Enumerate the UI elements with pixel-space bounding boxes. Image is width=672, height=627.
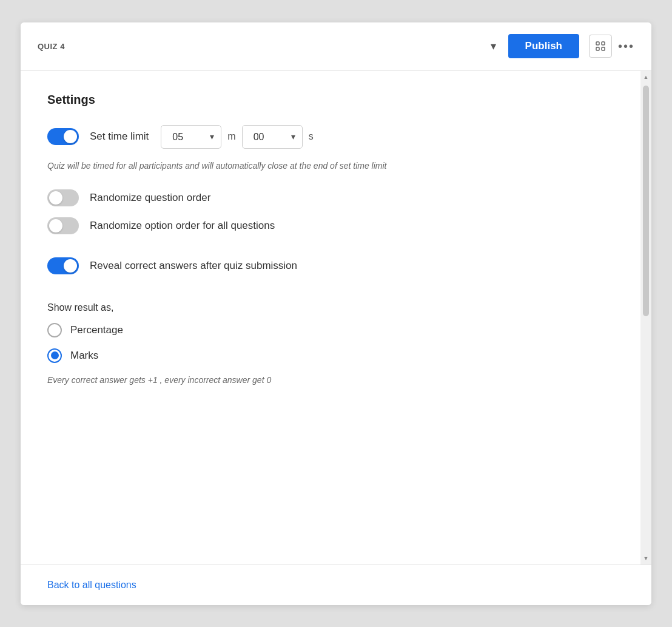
body: Settings Set time limit 05 10 15 20 bbox=[21, 71, 651, 564]
percentage-radio[interactable] bbox=[47, 323, 62, 337]
settings-title: Settings bbox=[47, 93, 614, 107]
scrollbar-space bbox=[640, 83, 651, 552]
chevron-down-icon[interactable]: ▾ bbox=[491, 41, 496, 52]
publish-button[interactable]: Publish bbox=[508, 34, 579, 58]
svg-rect-2 bbox=[596, 47, 599, 50]
footer: Back to all questions bbox=[21, 564, 651, 605]
marks-hint: Every correct answer gets +1 , every inc… bbox=[47, 374, 614, 387]
randomize-option-row: Randomize option order for all questions bbox=[47, 217, 614, 234]
randomize-question-toggle[interactable] bbox=[47, 189, 79, 206]
percentage-label: Percentage bbox=[70, 324, 123, 336]
randomize-option-label: Randomize option order for all questions bbox=[90, 220, 275, 232]
back-to-questions-link[interactable]: Back to all questions bbox=[47, 580, 136, 590]
randomize-option-toggle[interactable] bbox=[47, 217, 79, 234]
seconds-unit: s bbox=[309, 131, 314, 142]
minutes-dropdown-wrapper: 05 10 15 20 30 45 60 bbox=[161, 125, 221, 149]
header: QUIZ 4 ▾ Publish ••• bbox=[21, 22, 651, 71]
seconds-dropdown-wrapper: 00 15 30 45 bbox=[242, 125, 303, 149]
svg-rect-0 bbox=[596, 42, 599, 45]
show-result-label: Show result as, bbox=[47, 302, 614, 313]
marks-radio-row[interactable]: Marks bbox=[47, 348, 614, 363]
scrollbar-thumb[interactable] bbox=[643, 86, 649, 316]
reveal-answers-label: Reveal correct answers after quiz submis… bbox=[90, 260, 297, 272]
percentage-radio-row[interactable]: Percentage bbox=[47, 323, 614, 337]
time-limit-hint: Quiz will be timed for all participants … bbox=[47, 160, 614, 172]
time-limit-label: Set time limit bbox=[90, 130, 149, 143]
marks-radio[interactable] bbox=[47, 348, 62, 363]
fullscreen-icon[interactable] bbox=[589, 35, 612, 58]
time-inputs: 05 10 15 20 30 45 60 m 00 15 bbox=[161, 125, 313, 149]
minutes-select[interactable]: 05 10 15 20 30 45 60 bbox=[161, 125, 221, 149]
more-options-button[interactable]: ••• bbox=[618, 39, 634, 53]
svg-rect-3 bbox=[602, 47, 605, 50]
svg-rect-1 bbox=[602, 42, 605, 45]
time-limit-row: Set time limit 05 10 15 20 30 45 60 bbox=[47, 125, 614, 149]
reveal-answers-row: Reveal correct answers after quiz submis… bbox=[47, 257, 614, 274]
reveal-answers-toggle[interactable] bbox=[47, 257, 79, 274]
scrollbar-track: ▲ ▼ bbox=[640, 71, 651, 564]
scrollbar-down-button[interactable]: ▼ bbox=[640, 552, 651, 564]
marks-label: Marks bbox=[70, 350, 98, 362]
scrollbar-up-button[interactable]: ▲ bbox=[640, 71, 651, 83]
randomize-question-row: Randomize question order bbox=[47, 189, 614, 206]
main-content: Settings Set time limit 05 10 15 20 bbox=[21, 71, 640, 564]
quiz-title: QUIZ 4 bbox=[38, 42, 65, 51]
randomize-question-label: Randomize question order bbox=[90, 192, 210, 204]
time-limit-toggle[interactable] bbox=[47, 128, 79, 145]
seconds-select[interactable]: 00 15 30 45 bbox=[242, 125, 303, 149]
quiz-settings-card: QUIZ 4 ▾ Publish ••• Settings bbox=[21, 22, 651, 605]
minutes-unit: m bbox=[227, 131, 235, 142]
